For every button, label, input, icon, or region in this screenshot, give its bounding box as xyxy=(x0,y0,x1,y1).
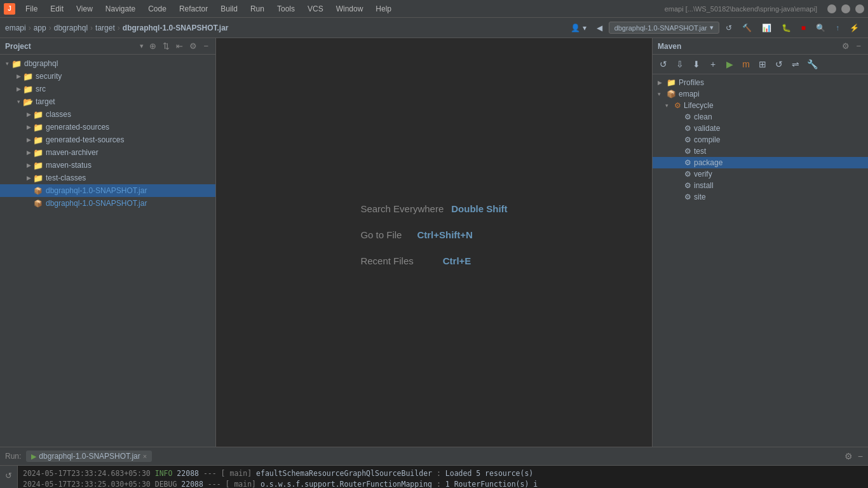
nav-build-button[interactable]: 🔨 xyxy=(738,22,756,34)
menu-build[interactable]: Build xyxy=(215,3,243,15)
nav-refresh-button[interactable]: ↺ xyxy=(722,22,736,34)
menu-run[interactable]: Run xyxy=(245,3,269,15)
maven-plugin-button[interactable]: ⇌ xyxy=(789,57,803,71)
nav-file-selector[interactable]: dbgraphql-1.0-SNAPSHOT.jar ▾ xyxy=(609,22,719,34)
breadcrumb-file[interactable]: dbgraphql-1.0-SNAPSHOT.jar xyxy=(123,24,229,32)
menu-edit[interactable]: Edit xyxy=(45,3,69,15)
sidebar-expand-all-button[interactable]: ⇅ xyxy=(161,41,172,51)
site-label: site xyxy=(694,193,706,201)
target-label: target xyxy=(36,97,55,106)
maven-lifecycle-item[interactable]: ▾ ⚙ Lifecycle xyxy=(653,100,868,111)
test-classes-arrow: ▶ xyxy=(24,173,33,182)
tree-item-jar2[interactable]: 📦 dbgraphql-1.0-SNAPSHOT.jar xyxy=(0,197,215,210)
breadcrumb-target[interactable]: target xyxy=(95,24,115,32)
console-output[interactable]: 2024-05-17T23:33:24.683+05:30 INFO 22088… xyxy=(18,466,868,488)
maven-lifecycle-button[interactable]: ↺ xyxy=(772,57,786,71)
maven-profiles-item[interactable]: ▶ 📁 Profiles xyxy=(653,77,868,88)
nav-plugin-button[interactable]: ⚡ xyxy=(846,22,863,34)
security-label: security xyxy=(36,72,62,81)
gen-test-sources-label: generated-test-sources xyxy=(46,135,124,144)
maven-install-item[interactable]: ▶ ⚙ install xyxy=(653,180,868,191)
tree-item-generated-sources[interactable]: ▶ 📁 generated-sources xyxy=(0,121,215,133)
maven-test-item[interactable]: ▶ ⚙ test xyxy=(653,146,868,157)
menu-refactor[interactable]: Refactor xyxy=(174,3,213,15)
run-label: Run: xyxy=(5,452,21,461)
generated-sources-folder-icon: 📁 xyxy=(33,122,43,132)
menu-file[interactable]: File xyxy=(20,3,43,15)
breadcrumb-app[interactable]: app xyxy=(34,24,46,32)
menu-code[interactable]: Code xyxy=(143,3,172,15)
maven-run-button[interactable]: ▶ xyxy=(722,57,736,71)
console-up-button[interactable]: ↑ xyxy=(2,485,16,488)
test-classes-folder-icon: 📁 xyxy=(33,173,43,183)
nav-user-button[interactable]: 👤 ▾ xyxy=(567,22,590,34)
generated-sources-label: generated-sources xyxy=(46,123,109,132)
hint-go-to-file: Go to File Ctrl+Shift+N xyxy=(360,229,507,240)
run-settings-button[interactable]: ⚙ xyxy=(844,451,853,461)
maven-refresh-button[interactable]: ↺ xyxy=(656,57,670,71)
maven-status-folder-icon: 📁 xyxy=(33,160,43,170)
console-rerun-button[interactable]: ↺ xyxy=(2,468,16,482)
maven-package-item[interactable]: ▶ ⚙ package xyxy=(653,157,868,168)
maven-archiver-label: maven-archiver xyxy=(46,148,98,157)
nav-back-button[interactable]: ◀ xyxy=(593,22,606,34)
classes-arrow: ▶ xyxy=(24,110,33,119)
menu-tools[interactable]: Tools xyxy=(272,3,300,15)
jar1-label: dbgraphql-1.0-SNAPSHOT.jar xyxy=(46,186,147,195)
maven-add-button[interactable]: + xyxy=(706,57,720,71)
maven-m-button[interactable]: m xyxy=(739,57,753,71)
menu-vcs[interactable]: VCS xyxy=(302,3,329,15)
run-minimize-button[interactable]: − xyxy=(858,451,863,461)
nav-run-coverage-button[interactable]: 📊 xyxy=(758,22,775,34)
sidebar-add-button[interactable]: ⊕ xyxy=(147,41,158,51)
minimize-button[interactable]: − xyxy=(827,4,836,13)
nav-stop-button[interactable]: ■ xyxy=(797,22,810,34)
maven-archiver-folder-icon: 📁 xyxy=(33,147,43,158)
sidebar-collapse-button[interactable]: ⇤ xyxy=(174,41,185,51)
maven-skip-tests-button[interactable]: ⊞ xyxy=(756,57,770,71)
breadcrumb-dbgraphql[interactable]: dbgraphql xyxy=(54,24,88,32)
sidebar-minimize-button[interactable]: − xyxy=(201,41,210,51)
menu-navigate[interactable]: Navigate xyxy=(100,3,140,15)
run-tab-label: dbgraphql-1.0-SNAPSHOT.jar xyxy=(39,452,140,461)
nav-debug-button[interactable]: 🐛 xyxy=(778,22,795,34)
maven-wrench-button[interactable]: 🔧 xyxy=(805,57,819,71)
run-tab[interactable]: ▶ dbgraphql-1.0-SNAPSHOT.jar × xyxy=(26,451,152,462)
run-tab-close[interactable]: × xyxy=(143,452,147,460)
tree-item-maven-status[interactable]: ▶ 📁 maven-status xyxy=(0,159,215,172)
breadcrumb-sep3: › xyxy=(90,24,93,32)
sidebar-settings-button[interactable]: ⚙ xyxy=(187,41,199,51)
tree-item-classes[interactable]: ▶ 📁 classes xyxy=(0,108,215,121)
sidebar-dropdown[interactable]: ▾ xyxy=(140,42,144,50)
jar2-arrow xyxy=(24,199,33,208)
tree-item-src[interactable]: ▶ 📁 src xyxy=(0,83,215,95)
tree-item-jar1[interactable]: 📦 dbgraphql-1.0-SNAPSHOT.jar xyxy=(0,184,215,197)
close-button[interactable]: × xyxy=(855,4,864,13)
maven-clean-item[interactable]: ▶ ⚙ clean xyxy=(653,111,868,123)
maven-download-button[interactable]: ⬇ xyxy=(689,57,703,71)
tree-item-target[interactable]: ▾ 📂 target xyxy=(0,95,215,108)
tree-item-root[interactable]: ▾ 📁 dbgraphql xyxy=(0,57,215,70)
menu-window[interactable]: Window xyxy=(331,3,369,15)
maven-verify-item[interactable]: ▶ ⚙ verify xyxy=(653,168,868,180)
nav-search-button[interactable]: 🔍 xyxy=(812,22,829,34)
maximize-button[interactable]: □ xyxy=(841,4,850,13)
maven-status-arrow: ▶ xyxy=(24,161,33,170)
maven-validate-item[interactable]: ▶ ⚙ validate xyxy=(653,123,868,134)
nav-update-button[interactable]: ↑ xyxy=(832,22,843,34)
menu-help[interactable]: Help xyxy=(370,3,397,15)
hint-recent-files: Recent Files Ctrl+E xyxy=(360,255,507,266)
tree-item-test-classes[interactable]: ▶ 📁 test-classes xyxy=(0,172,215,184)
breadcrumb-emapi[interactable]: emapi xyxy=(5,24,26,32)
maven-site-item[interactable]: ▶ ⚙ site xyxy=(653,191,868,203)
tree-item-security[interactable]: ▶ 📁 security xyxy=(0,70,215,83)
menu-view[interactable]: View xyxy=(71,3,98,15)
maven-minimize-button[interactable]: − xyxy=(854,41,863,51)
maven-compile-item[interactable]: ▶ ⚙ compile xyxy=(653,134,868,146)
maven-emapi-item[interactable]: ▾ 📦 emapi xyxy=(653,88,868,100)
tree-item-generated-test-sources[interactable]: ▶ 📁 generated-test-sources xyxy=(0,133,215,146)
target-folder-icon: 📂 xyxy=(23,97,33,107)
tree-item-maven-archiver[interactable]: ▶ 📁 maven-archiver xyxy=(0,146,215,159)
maven-reimport-button[interactable]: ⇩ xyxy=(673,57,687,71)
maven-settings-button[interactable]: ⚙ xyxy=(840,41,851,51)
